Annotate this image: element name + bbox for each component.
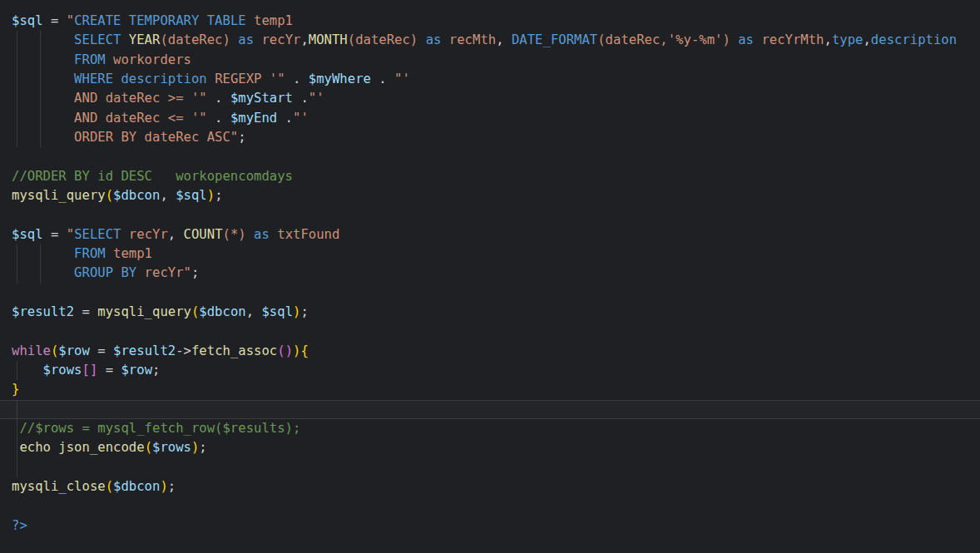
code-token: ) [160, 479, 167, 494]
code-token: , [496, 32, 512, 47]
code-token [418, 32, 425, 47]
code-token: ( [145, 440, 152, 455]
code-token: json_encode [58, 440, 144, 455]
code-line[interactable] [0, 284, 980, 303]
code-token: ( [106, 188, 113, 203]
code-token: GROUP BY [74, 265, 136, 280]
code-line[interactable] [0, 147, 980, 166]
code-line[interactable] [0, 322, 980, 341]
code-token: (dateRec,'%y-%m') [597, 32, 730, 47]
code-token: $row [121, 363, 152, 378]
code-token: $myStart [230, 91, 293, 106]
code-line[interactable] [0, 205, 980, 225]
code-token: . [371, 72, 394, 86]
code-token: workorders [113, 52, 191, 67]
code-token: (dateRec) [348, 32, 418, 47]
code-token [207, 72, 215, 86]
code-line[interactable]: WHERE description REGEXP '" . $myWhere .… [0, 70, 980, 89]
code-token [12, 111, 74, 126]
code-line[interactable]: echo json_encode($rows); [0, 438, 980, 457]
code-token: ; [199, 440, 206, 455]
code-token: $row [58, 343, 90, 358]
code-token [246, 13, 254, 28]
code-token: ?> [12, 518, 27, 533]
code-line[interactable] [0, 496, 980, 516]
code-token: ; [152, 363, 160, 378]
code-token [246, 227, 254, 242]
code-line[interactable]: AND dateRec <= '" . $myEnd ."' [0, 109, 980, 128]
code-token: = [74, 304, 97, 319]
code-token: type [832, 32, 864, 47]
code-token [12, 363, 43, 378]
code-token: "' [293, 111, 309, 126]
code-token: ; [168, 479, 176, 494]
code-token: MONTH [309, 32, 348, 47]
code-editor[interactable]: $sql = "CREATE TEMPORARY TABLE temp1 SEL… [0, 0, 980, 553]
code-token: . [285, 72, 309, 86]
code-line[interactable]: FROM temp1 [0, 244, 980, 264]
current-code-line[interactable] [0, 400, 980, 419]
code-token [12, 440, 19, 455]
code-token [12, 421, 19, 436]
code-token [51, 440, 58, 455]
code-token: " [67, 227, 74, 242]
code-line[interactable]: } [0, 380, 980, 399]
code-line[interactable]: $sql = "CREATE TEMPORARY TABLE temp1 [0, 12, 980, 31]
code-token: AND dateRec <= '" [74, 111, 207, 126]
code-token: ) [293, 304, 300, 319]
code-token: ORDER BY dateRec ASC" [74, 130, 238, 145]
code-token [12, 265, 74, 280]
code-token [12, 246, 74, 261]
code-token: REGEXP [215, 72, 261, 86]
code-line[interactable]: $rows[] = $row; [0, 361, 980, 380]
code-token: $result2 [113, 343, 176, 358]
code-token: -> [176, 343, 191, 358]
code-line[interactable]: AND dateRec >= '" . $myStart ."' [0, 89, 980, 108]
code-line[interactable]: $result2 = mysqli_query($dbcon, $sql); [0, 303, 980, 322]
code-line[interactable]: //ORDER BY id DESC workopencomdays [0, 167, 980, 186]
code-token [730, 32, 738, 47]
code-token: , [863, 32, 870, 47]
code-token: ; [300, 304, 308, 319]
code-token [441, 32, 448, 47]
code-token: "' [394, 72, 410, 86]
code-line[interactable]: FROM workorders [0, 51, 980, 70]
code-token: $sql [261, 304, 293, 319]
code-line[interactable]: while($row = $result2->fetch_assoc()){ [0, 342, 980, 361]
code-token: [] [82, 363, 98, 378]
code-line[interactable]: GROUP BY recYr"; [0, 264, 980, 283]
code-token: description [121, 72, 206, 86]
code-token: ) [207, 188, 215, 203]
code-token: ( [106, 479, 113, 494]
code-token: '" [270, 72, 285, 86]
code-token: $myEnd [230, 111, 277, 126]
code-token: SELECT [74, 227, 121, 242]
code-token: DATE_FORMAT [512, 32, 597, 47]
code-token: ( [191, 304, 199, 319]
code-token: as [254, 227, 270, 242]
code-token: ) [191, 440, 199, 455]
code-token: $dbcon [199, 304, 245, 319]
code-token: mysqli_close [12, 479, 106, 494]
code-token: , [246, 304, 262, 319]
code-token: = [43, 227, 67, 242]
code-token [12, 32, 74, 47]
code-line[interactable]: mysqli_query($dbcon, $sql); [0, 186, 980, 205]
code-line[interactable]: ORDER BY dateRec ASC"; [0, 128, 980, 147]
code-token: mysqli_query [12, 188, 106, 203]
code-token: (*) [223, 227, 246, 242]
code-line[interactable] [0, 458, 980, 477]
code-token: , [160, 188, 176, 203]
code-token: FROM [74, 52, 106, 67]
code-line[interactable]: mysqli_close($dbcon); [0, 477, 980, 496]
code-token: as [426, 32, 442, 47]
code-line[interactable]: ?> [0, 516, 980, 536]
code-token [230, 32, 238, 47]
code-line[interactable]: //$rows = mysql_fetch_row($results); [0, 419, 980, 438]
code-token [12, 72, 74, 86]
code-line[interactable]: $sql = "SELECT recYr, COUNT(*) as txtFou… [0, 225, 980, 244]
code-token: recYr [129, 227, 168, 242]
code-token: $rows [152, 440, 191, 455]
code-token: COUNT [184, 227, 223, 242]
code-line[interactable]: SELECT YEAR(dateRec) as recYr,MONTH(date… [0, 31, 980, 50]
